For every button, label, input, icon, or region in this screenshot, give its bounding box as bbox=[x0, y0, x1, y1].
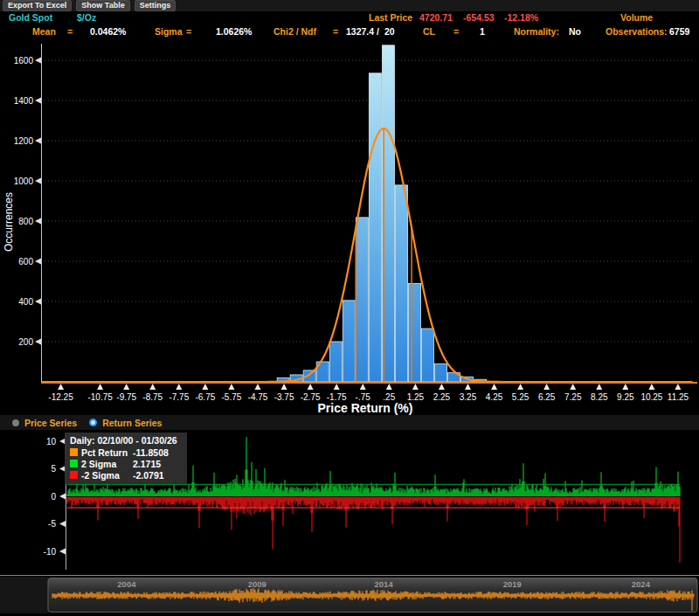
cl-value: 1 bbox=[480, 26, 485, 37]
svg-text:2009: 2009 bbox=[248, 579, 266, 589]
mean-label: Mean bbox=[32, 26, 56, 37]
two-sigma-label: 2 Sigma bbox=[81, 459, 133, 469]
svg-text:-3.75: -3.75 bbox=[274, 392, 294, 402]
neg-two-sigma-swatch-icon bbox=[70, 471, 78, 479]
svg-text:2024: 2024 bbox=[632, 579, 651, 589]
svg-text:2.25: 2.25 bbox=[433, 392, 451, 402]
svg-text:0: 0 bbox=[51, 492, 56, 502]
tooltip-date-range: Daily: 02/10/00 - 01/30/26 bbox=[70, 435, 182, 446]
svg-text:2004: 2004 bbox=[117, 579, 136, 589]
svg-text:2014: 2014 bbox=[375, 579, 394, 589]
security-unit: $/Oz bbox=[77, 12, 96, 23]
sigma-equals: = bbox=[186, 26, 191, 37]
toolbar: Export To Excel Show Table Settings bbox=[0, 0, 699, 11]
svg-text:-5.75: -5.75 bbox=[222, 392, 242, 402]
crosshair-tooltip: Daily: 02/10/00 - 01/30/26 Pct Return -1… bbox=[65, 433, 187, 484]
normality-value: No bbox=[569, 26, 581, 37]
svg-text:9.25: 9.25 bbox=[617, 392, 634, 402]
statistics-row: Mean = 0.0462% Sigma = 1.0626% Chi2 / Nd… bbox=[0, 25, 699, 39]
daily-return-chart[interactable]: 1050-5-10 Daily: 02/10/00 - 01/30/26 Pct… bbox=[0, 430, 699, 575]
svg-text:10: 10 bbox=[46, 437, 57, 446]
ndf-value: 20 bbox=[384, 26, 395, 37]
cl-equals: = bbox=[453, 26, 459, 37]
chi2-equals: = bbox=[333, 26, 338, 37]
last-price-label: Last Price bbox=[369, 12, 412, 23]
svg-text:1000: 1000 bbox=[14, 176, 34, 186]
svg-text:5.25: 5.25 bbox=[512, 392, 529, 402]
return-series-label: Return Series bbox=[102, 418, 162, 428]
chi2-value: 1327.4 / bbox=[346, 26, 379, 37]
svg-text:1200: 1200 bbox=[14, 136, 34, 146]
svg-text:-10.75: -10.75 bbox=[87, 392, 113, 402]
svg-text:800: 800 bbox=[18, 217, 33, 226]
security-header-row: Gold Spot $/Oz Last Price 4720.71 -654.5… bbox=[0, 11, 699, 25]
tooltip-row-pct-return: Pct Return -11.8508 bbox=[70, 446, 182, 458]
price-series-dot-icon bbox=[12, 419, 19, 426]
svg-text:-9.75: -9.75 bbox=[116, 392, 136, 402]
bloomberg-hra-screen: { "toolbar": { "buttons": ["Export To Ex… bbox=[0, 0, 699, 616]
series-legend: Price Series Return Series bbox=[0, 415, 699, 430]
mean-equals: = bbox=[67, 26, 73, 37]
tooltip-row-2sigma: 2 Sigma 2.1715 bbox=[70, 458, 182, 469]
svg-text:-5: -5 bbox=[48, 519, 56, 529]
svg-text:2019: 2019 bbox=[503, 579, 522, 589]
svg-text:-6.75: -6.75 bbox=[195, 392, 215, 402]
svg-text:3.25: 3.25 bbox=[460, 392, 477, 402]
pct-return-swatch-icon bbox=[70, 448, 78, 456]
negative-returns-series bbox=[67, 497, 680, 563]
price-change: -654.53 bbox=[463, 12, 495, 23]
navigator-svg: 20042009201420192024 bbox=[0, 575, 699, 616]
legend-return-series[interactable]: Return Series bbox=[89, 418, 162, 428]
sigma-label: Sigma bbox=[155, 26, 183, 37]
return-y-ticks: 1050-5-10 bbox=[44, 437, 66, 557]
svg-text:8.25: 8.25 bbox=[591, 392, 608, 402]
svg-text:11.25: 11.25 bbox=[668, 392, 689, 402]
last-price-value: 4720.71 bbox=[419, 12, 453, 23]
svg-text:7.25: 7.25 bbox=[564, 392, 582, 402]
neg-two-sigma-value: -2.0791 bbox=[133, 470, 164, 481]
volume-label: Volume bbox=[620, 12, 653, 23]
svg-text:6.25: 6.25 bbox=[538, 392, 556, 402]
return-series-dot-icon bbox=[89, 419, 97, 426]
navigator-corner bbox=[0, 577, 48, 613]
price-series-label: Price Series bbox=[24, 418, 77, 428]
y-axis-title: Occurrences bbox=[3, 192, 15, 252]
two-sigma-value: 2.1715 bbox=[133, 459, 161, 469]
tooltip-row-neg2sigma: -2 Sigma -2.0791 bbox=[70, 469, 182, 481]
price-change-pct: -12.18% bbox=[504, 12, 538, 23]
settings-button[interactable]: Settings bbox=[135, 0, 176, 11]
svg-text:200: 200 bbox=[18, 337, 33, 347]
pct-return-value: -11.8508 bbox=[133, 447, 169, 458]
svg-text:-7.75: -7.75 bbox=[169, 392, 189, 402]
neg-two-sigma-label: -2 Sigma bbox=[81, 470, 133, 481]
return-histogram-chart[interactable]: 2004006008001000120014001600-12.25-10.75… bbox=[0, 40, 699, 415]
timeline-navigator[interactable]: 20042009201420192024 bbox=[0, 575, 699, 616]
observations-value: 6759 bbox=[669, 26, 689, 37]
svg-text:5: 5 bbox=[51, 464, 56, 474]
security-name: Gold Spot bbox=[9, 12, 52, 23]
svg-text:-8.75: -8.75 bbox=[142, 392, 163, 402]
svg-text:600: 600 bbox=[18, 257, 33, 266]
svg-text:-10: -10 bbox=[44, 547, 57, 557]
legend-price-series[interactable]: Price Series bbox=[12, 418, 77, 428]
observations-label: Observations: bbox=[606, 26, 668, 37]
pct-return-label: Pct Return bbox=[81, 447, 133, 458]
histogram-bars bbox=[277, 45, 486, 382]
normality-label: Normality: bbox=[514, 26, 559, 37]
export-to-excel-button[interactable]: Export To Excel bbox=[3, 0, 72, 11]
svg-text:1600: 1600 bbox=[14, 56, 34, 66]
show-table-button[interactable]: Show Table bbox=[76, 0, 129, 11]
x-axis-title: Price Return (%) bbox=[318, 401, 413, 415]
svg-text:10.25: 10.25 bbox=[640, 392, 662, 402]
svg-text:400: 400 bbox=[18, 297, 33, 307]
two-sigma-swatch-icon bbox=[70, 460, 78, 467]
cl-label: CL bbox=[423, 26, 435, 37]
svg-text:4.25: 4.25 bbox=[486, 392, 503, 402]
x-axis-ticks: -12.25-10.75-9.75-8.75-7.75-6.75-5.75-4.… bbox=[48, 384, 689, 402]
sigma-value: 1.0626% bbox=[216, 26, 252, 37]
chi2-ndf-label: Chi2 / Ndf bbox=[273, 26, 316, 37]
histogram-svg: 2004006008001000120014001600-12.25-10.75… bbox=[0, 40, 699, 415]
svg-text:1400: 1400 bbox=[14, 96, 34, 106]
mean-value: 0.0462% bbox=[90, 26, 126, 37]
svg-text:-4.75: -4.75 bbox=[248, 392, 268, 402]
